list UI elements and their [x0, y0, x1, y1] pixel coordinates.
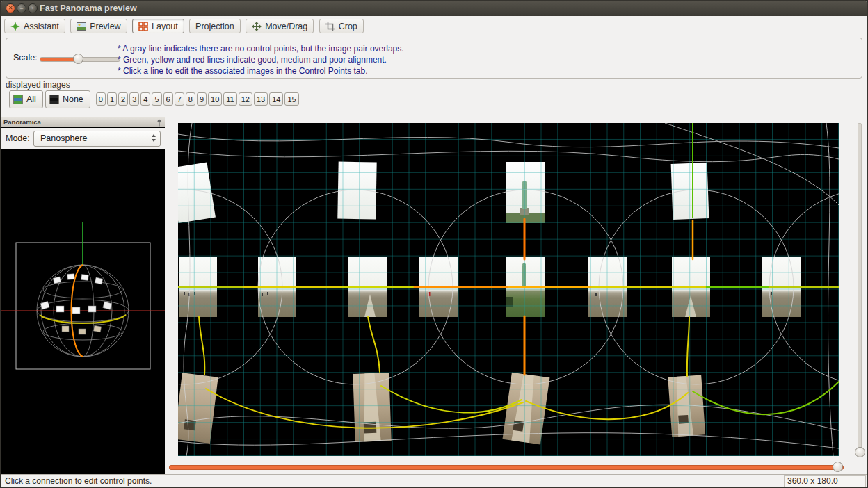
image-toggle-9[interactable]: 9: [197, 92, 207, 106]
legend-notes: * A gray line indicates there are no con…: [118, 43, 404, 76]
mode-combobox[interactable]: Panosphere: [33, 131, 161, 147]
image-toggle-3[interactable]: 3: [129, 92, 139, 106]
image-toggle-10[interactable]: 10: [208, 92, 222, 106]
image-toggle-7[interactable]: 7: [175, 92, 184, 106]
panosphere-3d-view[interactable]: [1, 149, 165, 474]
yaw-slider-handle[interactable]: [833, 462, 843, 472]
none-images-icon: [49, 95, 59, 104]
show-none-button[interactable]: None: [45, 90, 90, 108]
image-toggle-14[interactable]: 14: [269, 92, 283, 106]
image-number-buttons: 0 1 2 3 4 5 6 7 8 9 10 11 12 13 14 15: [96, 92, 299, 106]
status-bar: Click a connection to edit control point…: [1, 474, 867, 487]
mode-value: Panosphere: [40, 131, 87, 146]
image-toggle-15[interactable]: 15: [284, 92, 298, 106]
tab-crop[interactable]: Crop: [319, 19, 364, 33]
image-toggle-12[interactable]: 12: [239, 92, 252, 106]
crop-icon: [326, 22, 335, 31]
status-message: Click a connection to edit control point…: [5, 475, 152, 487]
panosphere-wireframe: [1, 149, 165, 474]
titlebar[interactable]: Fast Panorama preview: [1, 1, 867, 16]
tab-assistant[interactable]: Assistant: [4, 19, 65, 33]
image-toggle-11[interactable]: 11: [223, 92, 236, 106]
move-drag-icon: [252, 22, 262, 31]
displayed-images-label: displayed images: [6, 80, 70, 90]
layout-canvas[interactable]: [178, 123, 839, 456]
scale-slider[interactable]: [40, 57, 120, 62]
close-icon[interactable]: [6, 3, 15, 13]
legend-note-gray: * A gray line indicates there are no con…: [118, 43, 404, 54]
mode-row: Mode: Panosphere: [1, 128, 165, 150]
pitch-slider-track[interactable]: [858, 123, 862, 457]
chevron-up-down-icon: [152, 134, 156, 142]
tab-move-drag[interactable]: Move/Drag: [246, 19, 314, 33]
image-toggle-1[interactable]: 1: [107, 92, 117, 106]
panel-title: Panoramica: [3, 118, 41, 126]
panel-header[interactable]: Panoramica: [1, 117, 165, 127]
layout-icon: [138, 22, 148, 31]
tab-preview[interactable]: Preview: [70, 19, 127, 33]
tab-bar: Assistant Preview Layout Projection Move…: [1, 16, 867, 36]
all-images-icon: [13, 95, 23, 104]
maximize-icon[interactable]: [28, 3, 38, 13]
image-toggle-8[interactable]: 8: [186, 92, 195, 106]
app-window: Fast Panorama preview Assistant Preview …: [0, 0, 868, 488]
window-title: Fast Panorama preview: [40, 1, 137, 16]
tab-label: Preview: [90, 22, 120, 31]
layout-graph: [178, 123, 839, 456]
tab-label: Move/Drag: [265, 22, 307, 31]
field-of-view-value: 360.0 x 180.0: [784, 475, 866, 487]
image-toggle-2[interactable]: 2: [118, 92, 128, 106]
legend-note-click: * Click a line to edit the associated im…: [118, 65, 404, 76]
layout-canvas-zone: [165, 117, 867, 474]
yaw-slider[interactable]: [169, 465, 844, 470]
layout-info-panel: Scale: * A gray line indicates there are…: [6, 38, 862, 79]
mode-label: Mode:: [6, 128, 30, 149]
assistant-icon: [10, 22, 20, 31]
displayed-images-buttons: All None 0 1 2 3 4 5 6 7 8 9 10 11 12 13: [9, 90, 299, 108]
image-toggle-4[interactable]: 4: [140, 92, 150, 106]
pin-icon[interactable]: [156, 119, 163, 127]
tab-label: Crop: [339, 22, 357, 31]
image-toggle-0[interactable]: 0: [96, 92, 106, 106]
displayed-images-group: displayed images All None 0 1 2 3 4 5 6 …: [6, 80, 862, 115]
tab-projection[interactable]: Projection: [189, 19, 241, 33]
legend-note-colors: * Green, yellow and red lines indicate g…: [118, 54, 404, 65]
preview-icon: [77, 22, 86, 31]
tab-label: Projection: [195, 22, 234, 31]
panosphere-panel: Panoramica Mode: Panosphere: [1, 117, 165, 474]
tab-label: Assistant: [24, 22, 59, 31]
show-all-button[interactable]: All: [9, 90, 43, 108]
all-label: All: [26, 95, 36, 104]
tab-layout[interactable]: Layout: [132, 19, 184, 33]
minimize-icon[interactable]: [17, 3, 26, 13]
image-toggle-13[interactable]: 13: [254, 92, 268, 106]
image-toggle-5[interactable]: 5: [152, 92, 161, 106]
none-label: None: [63, 95, 83, 104]
pitch-slider-handle[interactable]: [855, 447, 865, 457]
tab-label: Layout: [152, 22, 178, 31]
image-toggle-6[interactable]: 6: [163, 92, 173, 106]
scale-slider-handle[interactable]: [73, 54, 83, 64]
scale-label: Scale:: [13, 53, 38, 63]
